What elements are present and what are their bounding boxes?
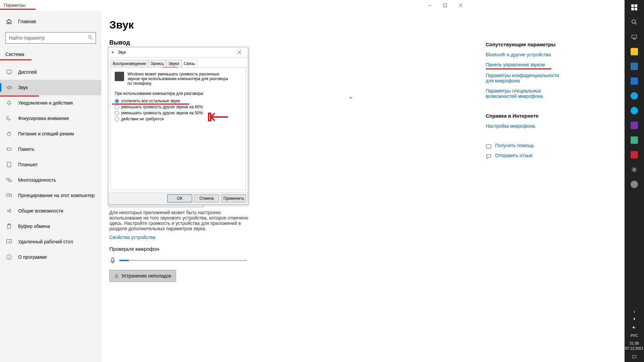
sidebar-item-moon[interactable]: Фокусировка внимания (0, 111, 101, 126)
taskbar-mail[interactable] (625, 74, 644, 88)
display-icon (6, 69, 12, 75)
sidebar-item-label: Уведомления и действия (18, 100, 73, 106)
comm-option-label: отключить все остальные звуки (121, 99, 180, 103)
svg-point-4 (88, 35, 91, 38)
sidebar-item-label: Память (18, 146, 35, 152)
sidebar-item-label: Удаленный рабочий стол (18, 239, 73, 244)
nav-home-label: Главная (18, 19, 36, 24)
rail-link-sound-panel[interactable]: Панель управления звуком (486, 62, 563, 67)
svg-point-11 (8, 149, 8, 149)
nav-home[interactable]: Главная (0, 14, 101, 29)
rail-heading-related: Сопутствующие параметры (486, 42, 563, 47)
sidebar-item-power[interactable]: Питание и спящий режим (0, 126, 101, 141)
phone-icon (115, 72, 124, 81)
sidebar-item-project[interactable]: Проецирование на этот компьютер (0, 188, 101, 203)
svg-point-13 (9, 166, 9, 167)
svg-rect-35 (635, 8, 637, 10)
home-icon (6, 18, 12, 24)
taskbar-skype[interactable] (625, 103, 644, 118)
close-button[interactable] (453, 0, 468, 11)
cancel-button[interactable]: Отмена (194, 194, 219, 202)
ok-button[interactable]: OK (167, 194, 192, 202)
get-help-link[interactable]: Получить помощь (486, 143, 563, 149)
sidebar-item-storage[interactable]: Память (0, 141, 101, 157)
tray-language[interactable]: РУС (625, 331, 644, 340)
dialog-tab-1[interactable]: Запись (148, 60, 166, 67)
dialog-tab-3[interactable]: Связь (181, 60, 197, 67)
action-center-button[interactable] (625, 352, 644, 362)
rail-link-mic-ease[interactable]: Параметры специальных возможностей микро… (486, 88, 563, 99)
taskbar-settings[interactable] (625, 162, 644, 177)
sidebar-item-shared[interactable]: Общие возможности (0, 203, 101, 219)
comm-radio-2[interactable] (115, 111, 119, 115)
taskbar-edge[interactable] (625, 88, 644, 103)
shared-icon (6, 208, 12, 214)
rail-link-bluetooth[interactable]: Bluetooth и другие устройства (486, 52, 563, 57)
maximize-button[interactable] (437, 0, 453, 11)
tray-date: 07.12.2021 (625, 346, 643, 351)
rail-link-mic-setup[interactable]: Настройка микрофона (486, 123, 563, 129)
svg-rect-15 (9, 180, 11, 182)
annotation-arrow (205, 111, 228, 124)
warning-icon: ⚠ (114, 273, 119, 279)
taskbar-app2[interactable] (625, 177, 644, 192)
apply-button[interactable]: Применить (221, 194, 246, 202)
svg-point-19 (10, 212, 11, 213)
svg-rect-38 (632, 35, 637, 38)
device-properties-link[interactable]: Свойства устройства (109, 235, 455, 240)
sidebar-item-label: О программе (18, 254, 47, 260)
comm-option-0[interactable]: отключить все остальные звуки (115, 99, 241, 103)
tray-mic-icon[interactable] (625, 315, 644, 323)
svg-rect-28 (112, 258, 114, 261)
rail-heading-help: Справка в Интернете (486, 113, 563, 119)
taskbar-app1[interactable] (625, 133, 644, 147)
sound-icon (6, 84, 12, 90)
taskbar-explorer[interactable] (625, 44, 644, 59)
project-icon (6, 192, 12, 198)
sidebar-item-label: Проецирование на этот компьютер (18, 193, 95, 198)
power-icon (6, 131, 12, 137)
taskbar-store[interactable] (625, 59, 644, 74)
page-title: Звук (109, 19, 455, 31)
sidebar-item-tablet[interactable]: Планшет (0, 157, 101, 172)
comm-option-1[interactable]: уменьшать громкость других звуков на 80% (115, 105, 241, 109)
bell-icon (6, 100, 12, 106)
dialog-tab-0[interactable]: Воспроизведение (110, 60, 148, 67)
mic-level-bar (119, 260, 247, 261)
sidebar-item-display[interactable]: Дисплей (0, 64, 101, 80)
comm-option-label: уменьшать громкость других звуков на 80% (121, 105, 203, 109)
start-button[interactable] (625, 0, 644, 15)
right-rail: Сопутствующие параметры Bluetooth и друг… (486, 42, 563, 163)
sidebar-item-remote[interactable]: Удаленный рабочий стол (0, 234, 101, 249)
taskbar-search[interactable] (625, 15, 644, 29)
sidebar-item-bell[interactable]: Уведомления и действия (0, 95, 101, 111)
taskbar-taskview[interactable] (625, 29, 644, 44)
comm-radio-3[interactable] (115, 117, 119, 121)
moon-icon (6, 115, 12, 121)
svg-line-20 (8, 210, 10, 210)
search-input[interactable] (5, 32, 96, 44)
tray-clock[interactable]: 21:38 07.12.2021 (625, 340, 643, 352)
svg-rect-41 (634, 318, 635, 320)
comm-radio-1[interactable] (115, 105, 119, 109)
sidebar-item-info[interactable]: О программе (0, 249, 101, 265)
sidebar-item-sound[interactable]: Звук (0, 80, 101, 95)
taskbar-onenote[interactable] (625, 118, 644, 133)
taskbar-acrobat[interactable] (625, 147, 644, 162)
tray-chevron[interactable]: ‹ (625, 307, 644, 315)
svg-rect-23 (8, 224, 10, 225)
test-mic-label: Проверьте микрофон (109, 246, 455, 252)
sidebar-item-multi[interactable]: Многозадачность (0, 172, 101, 188)
dialog-close-button[interactable] (234, 48, 245, 56)
dialog-tab-2[interactable]: Звуки (166, 60, 181, 67)
svg-rect-34 (631, 8, 634, 10)
window-title: Параметры (4, 3, 25, 8)
rail-link-mic-privacy[interactable]: Параметры конфиденциальности для микрофо… (486, 73, 563, 83)
troubleshoot-label: Устранение неполадок (121, 273, 171, 279)
troubleshoot-button[interactable]: ⚠ Устранение неполадок (109, 270, 176, 282)
comm-radio-0[interactable] (115, 99, 119, 103)
tray-volume-icon[interactable] (625, 323, 644, 331)
sidebar-item-clipboard[interactable]: Буфер обмена (0, 219, 101, 234)
minimize-button[interactable] (422, 0, 437, 11)
feedback-link[interactable]: Отправить отзыв (486, 153, 563, 160)
